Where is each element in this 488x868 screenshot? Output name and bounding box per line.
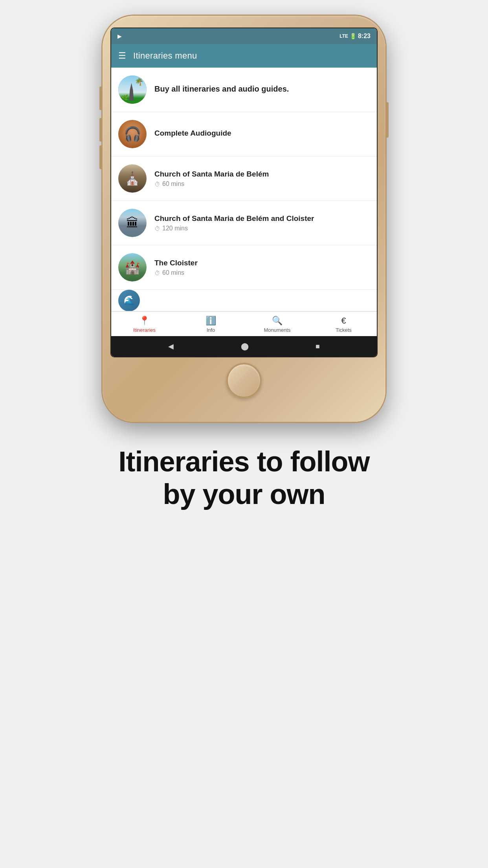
audio-item-title: Complete Audioguide bbox=[154, 129, 370, 138]
monuments-nav-label: Monuments bbox=[264, 327, 291, 333]
church2-item-title: Church of Santa Maria de Belém and Clois… bbox=[154, 214, 370, 224]
audio-thumbnail: 🎧 bbox=[118, 120, 147, 148]
tickets-nav-icon: € bbox=[341, 316, 346, 326]
caption-title: Itineraries to follow by your own bbox=[31, 445, 457, 511]
list-item[interactable]: 🎧 Complete Audioguide bbox=[111, 112, 377, 156]
cloister-thumbnail: 🏰 bbox=[118, 253, 147, 281]
church2-item-text: Church of Santa Maria de Belém and Clois… bbox=[154, 214, 370, 232]
itineraries-nav-label: Itineraries bbox=[133, 327, 156, 333]
caption-section: Itineraries to follow by your own bbox=[0, 445, 488, 511]
screen: ▶ LTE 🔋 8:23 ☰ Itineraries menu bbox=[110, 28, 378, 357]
monuments-nav-icon: 🔍 bbox=[272, 316, 283, 326]
header-title: Itineraries menu bbox=[133, 51, 197, 61]
list-item[interactable]: 🌴 🌿 Buy all itineraries and audio guides… bbox=[111, 68, 377, 112]
caption-line1: Itineraries to follow bbox=[118, 446, 369, 477]
itineraries-nav-icon: 📍 bbox=[139, 316, 150, 326]
time-display: 8:23 bbox=[358, 33, 371, 40]
list-item[interactable]: 🏛 Church of Santa Maria de Belém and Clo… bbox=[111, 201, 377, 245]
signal-indicator: LTE bbox=[339, 33, 348, 39]
cloister-duration-text: 60 mins bbox=[162, 269, 184, 276]
nav-item-tickets[interactable]: € Tickets bbox=[310, 312, 377, 336]
clock-icon: ⏱ bbox=[154, 181, 160, 188]
info-nav-icon: ℹ️ bbox=[205, 316, 216, 326]
audio-item-text: Complete Audioguide bbox=[154, 129, 370, 140]
church1-duration-text: 60 mins bbox=[162, 180, 184, 188]
nav-item-itineraries[interactable]: 📍 Itineraries bbox=[111, 312, 178, 336]
info-nav-label: Info bbox=[207, 327, 215, 333]
android-nav-bar: ◀ ⬤ ■ bbox=[111, 336, 377, 357]
status-bar-right: LTE 🔋 8:23 bbox=[339, 33, 371, 40]
cloister-item-duration: ⏱ 60 mins bbox=[154, 269, 370, 276]
bottom-nav: 📍 Itineraries ℹ️ Info 🔍 Monuments € Tick… bbox=[111, 311, 377, 336]
buy-item-title: Buy all itineraries and audio guides. bbox=[154, 84, 370, 94]
clock-icon: ⏱ bbox=[154, 225, 160, 232]
church1-thumbnail: ⛪ bbox=[118, 164, 147, 193]
clock-icon: ⏱ bbox=[154, 270, 160, 276]
church1-item-duration: ⏱ 60 mins bbox=[154, 180, 370, 188]
tickets-nav-label: Tickets bbox=[336, 327, 352, 333]
play-icon: ▶ bbox=[117, 33, 122, 39]
status-bar: ▶ LTE 🔋 8:23 bbox=[111, 28, 377, 44]
nav-item-info[interactable]: ℹ️ Info bbox=[178, 312, 244, 336]
home-button[interactable]: ⬤ bbox=[241, 342, 249, 351]
partial-thumbnail: 🌊 bbox=[118, 290, 140, 311]
nav-item-monuments[interactable]: 🔍 Monuments bbox=[244, 312, 310, 336]
cloister-item-title: The Cloister bbox=[154, 258, 370, 268]
list-item[interactable]: ⛪ Church of Santa Maria de Belém ⏱ 60 mi… bbox=[111, 156, 377, 201]
buy-thumbnail: 🌴 🌿 bbox=[118, 75, 147, 104]
physical-home-button[interactable] bbox=[226, 363, 262, 398]
church2-duration-text: 120 mins bbox=[162, 225, 188, 232]
back-button[interactable]: ◀ bbox=[168, 342, 174, 351]
phone-wrapper: ▶ LTE 🔋 8:23 ☰ Itineraries menu bbox=[95, 16, 393, 422]
battery-icon: 🔋 bbox=[350, 33, 356, 39]
church1-item-text: Church of Santa Maria de Belém ⏱ 60 mins bbox=[154, 169, 370, 188]
status-bar-left: ▶ bbox=[117, 33, 122, 39]
buy-item-text: Buy all itineraries and audio guides. bbox=[154, 84, 370, 96]
church2-thumbnail: 🏛 bbox=[118, 209, 147, 237]
list-item[interactable]: 🌊 bbox=[111, 290, 377, 311]
caption-line2: by your own bbox=[163, 478, 325, 510]
hamburger-icon[interactable]: ☰ bbox=[118, 51, 126, 60]
recent-apps-button[interactable]: ■ bbox=[316, 342, 320, 351]
church1-item-title: Church of Santa Maria de Belém bbox=[154, 169, 370, 179]
church2-item-duration: ⏱ 120 mins bbox=[154, 225, 370, 232]
menu-list: 🌴 🌿 Buy all itineraries and audio guides… bbox=[111, 68, 377, 311]
phone-frame: ▶ LTE 🔋 8:23 ☰ Itineraries menu bbox=[103, 16, 385, 422]
cloister-item-text: The Cloister ⏱ 60 mins bbox=[154, 258, 370, 277]
list-item[interactable]: 🏰 The Cloister ⏱ 60 mins bbox=[111, 245, 377, 290]
app-header: ☰ Itineraries menu bbox=[111, 44, 377, 68]
